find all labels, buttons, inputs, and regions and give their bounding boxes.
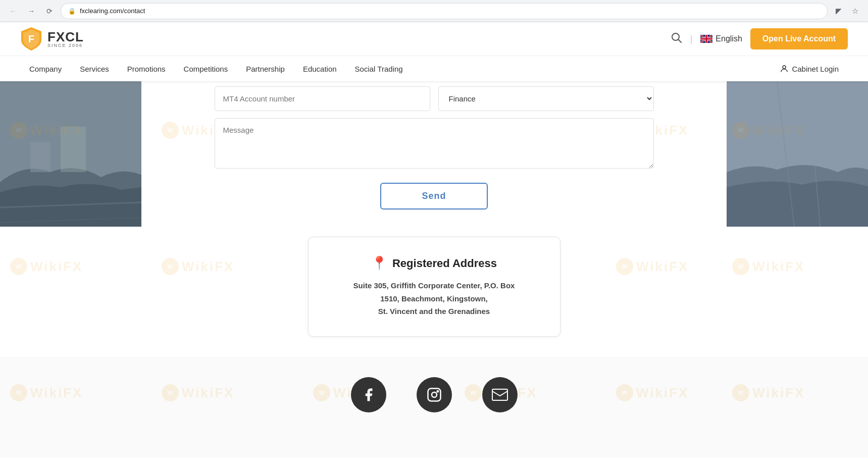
social-section [0,357,868,423]
svg-rect-6 [30,142,50,172]
form-row-1: Finance Technical Sales Support [215,86,654,111]
mt4-account-input[interactable] [215,86,430,111]
svg-point-4 [783,66,786,69]
location-icon: 📍 [371,255,387,271]
nav-item-competitions[interactable]: Competitions [175,57,237,81]
site-nav: Company Services Promotions Competitions… [0,56,868,81]
browser-chrome: ← → ⟳ 🔒 fxclearing.com/contact ◤ ☆ [0,0,868,22]
facebook-icon[interactable] [351,377,386,412]
contact-form-area: Finance Technical Sales Support Send [194,81,674,227]
forward-button[interactable]: → [24,4,38,18]
open-live-account-button[interactable]: Open Live Account [750,28,848,49]
back-button[interactable]: ← [6,4,20,18]
url-text: fxclearing.com/contact [80,7,820,15]
nav-item-services[interactable]: Services [71,57,118,81]
browser-actions: ◤ ☆ [832,4,862,18]
header-right: | English Open Live Account [671,28,848,49]
logo-text-area: FXCL SINCE 2006 [47,30,84,48]
message-textarea[interactable] [215,118,654,169]
send-btn-row: Send [215,183,654,209]
nav-left: Company Services Promotions Competitions… [20,57,412,81]
address-line-3: St. Vincent and the Grenadines [339,305,530,318]
bookmark-button[interactable]: ☆ [848,4,862,18]
header-divider: | [690,34,693,44]
flag-icon [700,35,712,43]
logo-area[interactable]: F FXCL SINCE 2006 [20,26,84,51]
right-landscape [727,81,868,227]
site-header: F FXCL SINCE 2006 | [0,22,868,81]
form-row-message [215,118,654,171]
email-icon[interactable] [482,377,518,412]
instagram-svg [427,387,442,402]
nav-item-company[interactable]: Company [20,57,71,81]
address-card: 📍 Registered Address Suite 305, Griffith… [308,237,560,337]
refresh-button[interactable]: ⟳ [42,4,57,18]
address-heading: Registered Address [392,257,497,270]
cabinet-login-label: Cabinet Login [792,65,839,73]
address-text: Suite 305, Griffith Corporate Center, P.… [339,279,530,318]
svg-point-15 [437,390,438,392]
nav-item-promotions[interactable]: Promotions [118,57,175,81]
bg-image-right [727,81,868,227]
department-select[interactable]: Finance Technical Sales Support [438,86,654,111]
svg-point-14 [432,392,437,397]
nav-item-education[interactable]: Education [294,57,346,81]
cabinet-login-button[interactable]: Cabinet Login [771,56,848,81]
watermark-section [0,357,868,458]
facebook-svg [361,387,376,402]
address-line-1: Suite 305, Griffith Corporate Center, P.… [339,279,530,292]
svg-line-2 [678,39,681,42]
address-section: 📍 Registered Address Suite 305, Griffith… [0,227,868,357]
svg-text:F: F [28,33,34,44]
nav-item-social-trading[interactable]: Social Trading [346,57,412,81]
language-button[interactable]: English [700,34,742,43]
address-line-2: 1510, Beachmont, Kingstown, [339,292,530,305]
svg-rect-16 [492,389,507,400]
cast-button[interactable]: ◤ [832,4,846,18]
search-icon [671,32,682,43]
user-icon [780,64,789,73]
logo-shield-svg: F [20,26,42,51]
address-title: 📍 Registered Address [339,255,530,271]
nav-item-partnership[interactable]: Partnership [237,57,294,81]
instagram-icon[interactable] [417,377,452,412]
logo-icon: F [20,26,45,51]
svg-rect-7 [61,127,86,172]
search-button[interactable] [671,32,682,46]
logo-fxcl-text: FXCL [47,30,84,43]
page-content: W WikiFX W WikiFX W WikiFX W WikiFX W Wi… [0,81,868,458]
nav-right: Cabinet Login [771,56,848,81]
bg-image-left [0,81,141,227]
left-landscape [0,81,141,227]
email-svg [492,389,508,401]
header-top: F FXCL SINCE 2006 | [0,22,868,56]
lang-label: English [716,34,742,43]
lock-icon: 🔒 [68,8,76,15]
address-bar[interactable]: 🔒 fxclearing.com/contact [61,3,828,19]
svg-rect-13 [428,388,440,401]
send-button[interactable]: Send [380,183,487,209]
logo-since-text: SINCE 2006 [47,43,84,48]
